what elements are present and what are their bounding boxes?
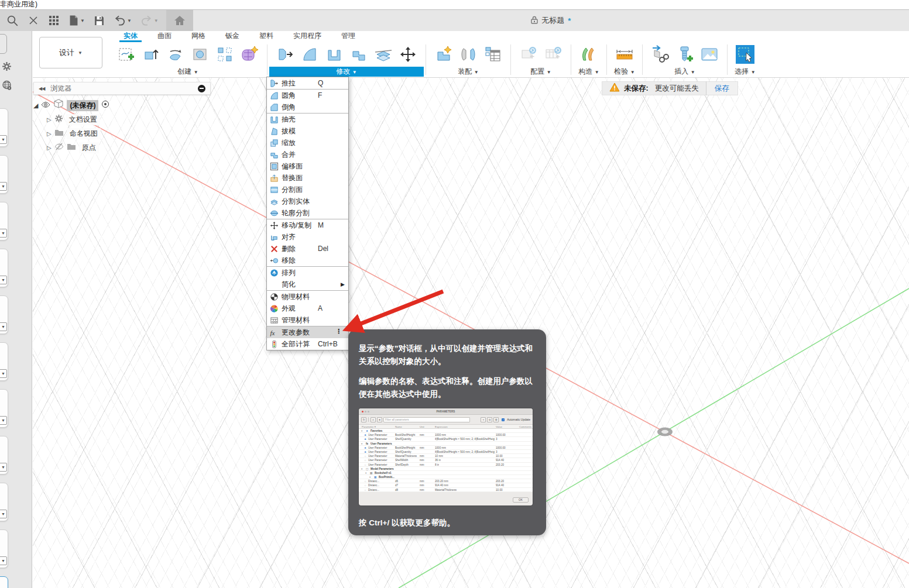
data-panel-card[interactable]: 2 ▼ bbox=[0, 389, 8, 428]
menu-item-缩放[interactable]: 缩放 bbox=[267, 137, 348, 149]
menu-item-分割实体[interactable]: 分割实体 bbox=[267, 195, 348, 207]
move-lg-button[interactable] bbox=[397, 43, 419, 66]
file-new-button[interactable]: ▼ bbox=[66, 12, 88, 29]
menu-item-推拉[interactable]: 推拉Q bbox=[267, 77, 348, 89]
menu-item-对齐[interactable]: 对齐 bbox=[267, 231, 348, 243]
fillet-lg-button[interactable] bbox=[299, 43, 321, 66]
duplicate-parameter-button[interactable]: ⧉ bbox=[487, 417, 492, 422]
menu-item-替换面[interactable]: 替换面 bbox=[267, 172, 348, 184]
menu-item-合并[interactable]: 合并 bbox=[267, 149, 348, 160]
parameter-group-row[interactable]: ▾▦BoxPrimiti... bbox=[359, 475, 533, 479]
group-dropdown-插入[interactable]: 插入 ▼ bbox=[644, 67, 725, 77]
menu-item-圆角[interactable]: 圆角F bbox=[267, 90, 348, 101]
parameter-row[interactable]: ★User ParameterShelfQuantityif(BookShelf… bbox=[359, 437, 533, 441]
gear-icon[interactable] bbox=[2, 61, 12, 74]
menu-item-简化[interactable]: 简化▶ bbox=[267, 278, 348, 290]
parameter-row[interactable]: ☆Distanc...d8mmMaterialThickness10.00 bbox=[359, 488, 533, 492]
close-button[interactable] bbox=[25, 12, 42, 29]
version-dropdown[interactable]: 3 ▼ bbox=[0, 135, 7, 144]
save-button[interactable] bbox=[91, 12, 108, 29]
bom-button[interactable] bbox=[482, 43, 504, 66]
delete-parameter-button[interactable]: 🗑 bbox=[493, 417, 499, 422]
parameter-group-row[interactable]: ▾★Favorites bbox=[359, 429, 533, 433]
menu-item-更改参数[interactable]: fx更改参数⋮ bbox=[267, 326, 348, 338]
version-dropdown[interactable]: 2 ▼ bbox=[0, 276, 7, 284]
ok-button[interactable]: OK bbox=[513, 497, 529, 503]
undo-button[interactable]: ▼ bbox=[111, 12, 135, 29]
column-header-Comments[interactable]: Comments bbox=[519, 425, 531, 428]
menu-item-抽壳[interactable]: 抽壳 bbox=[267, 114, 348, 125]
version-dropdown[interactable]: 2 ▼ bbox=[0, 556, 7, 565]
group-dropdown-修改[interactable]: 修改 ▼ bbox=[269, 67, 424, 77]
user-filter-button[interactable]: ⋏ bbox=[371, 417, 376, 422]
data-panel-card[interactable]: 2 ▼ bbox=[0, 249, 8, 287]
menu-item-删除[interactable]: 删除Del bbox=[267, 243, 348, 255]
group-dropdown-配置[interactable]: 配置 ▼ bbox=[513, 67, 569, 77]
parameter-row[interactable]: ★User ParameterBookShelfHeightmm1000 mm1… bbox=[359, 433, 533, 437]
group-dropdown-装配[interactable]: 装配 ▼ bbox=[428, 67, 509, 77]
parameter-group-row[interactable]: ▾▤Bookshelf v1 bbox=[359, 471, 533, 475]
menu-item-分割面[interactable]: 分割面 bbox=[267, 184, 348, 195]
data-panel-card[interactable]: 3 ▼ bbox=[0, 436, 8, 474]
tree-item-label[interactable]: 原点 bbox=[79, 142, 99, 153]
collapsed-arrow-icon[interactable]: ▷ bbox=[47, 145, 52, 151]
menu-item-倒角[interactable]: 倒角 bbox=[267, 101, 348, 113]
group-dropdown-检验[interactable]: 检验 ▼ bbox=[609, 67, 640, 77]
data-panel-partial-button[interactable] bbox=[0, 34, 7, 54]
search-button[interactable] bbox=[3, 12, 22, 29]
menu-item-物理材料[interactable]: 物理材料 bbox=[267, 291, 348, 302]
home-button[interactable] bbox=[166, 10, 193, 32]
data-panel-card[interactable]: 2 ▼ bbox=[0, 295, 8, 334]
data-panel-card[interactable]: 2 ▼ bbox=[0, 529, 8, 568]
extrude-button[interactable] bbox=[140, 43, 162, 66]
parameter-group-row[interactable]: ▾fxUser Parameters bbox=[359, 442, 533, 446]
plane-button[interactable] bbox=[578, 43, 600, 66]
tree-row-named-views[interactable]: ▷ 命名视图 bbox=[33, 126, 211, 140]
version-dropdown[interactable]: 3 ▼ bbox=[0, 463, 7, 472]
menu-item-移动/复制[interactable]: 移动/复制M bbox=[267, 219, 348, 231]
data-panel-card[interactable]: 4 ▼ bbox=[0, 155, 8, 194]
filter-input[interactable]: Filter all parameters bbox=[383, 417, 470, 422]
menu-item-外观[interactable]: 外观A bbox=[267, 302, 348, 314]
menu-item-排列[interactable]: 排列 bbox=[267, 267, 348, 278]
expanded-arrow-icon[interactable]: ◢ bbox=[33, 102, 38, 109]
favorites-filter-button[interactable]: ★ bbox=[377, 417, 382, 422]
image-button[interactable] bbox=[698, 43, 721, 66]
design-dropdown[interactable]: 设计▼ bbox=[39, 37, 102, 68]
parameter-row[interactable]: ☆User ParameterMaterialThicknessmm10 mm1… bbox=[359, 454, 533, 458]
group-dropdown-创建[interactable]: 创建 ▼ bbox=[111, 67, 265, 77]
revolve-button[interactable] bbox=[164, 43, 187, 66]
document-tab[interactable]: 无标题* bbox=[193, 10, 909, 32]
tree-row-origin[interactable]: ▷ 原点 bbox=[33, 140, 211, 154]
group-dropdown-选择[interactable]: 选择 ▼ bbox=[729, 67, 761, 77]
tab-网格[interactable]: 网格 bbox=[181, 31, 215, 42]
save-button[interactable]: 保存 bbox=[706, 82, 738, 95]
press-pull-lg-button[interactable] bbox=[274, 43, 296, 66]
new-component-button[interactable] bbox=[433, 43, 455, 66]
derive-button[interactable] bbox=[649, 43, 671, 66]
version-dropdown[interactable]: 4 ▼ bbox=[0, 182, 7, 191]
menu-item-拔模[interactable]: 拔模 bbox=[267, 125, 348, 137]
shell-lg-button[interactable] bbox=[323, 43, 345, 66]
data-panel-card[interactable]: 3 ▼ bbox=[0, 108, 8, 147]
visibility-eye-icon[interactable] bbox=[41, 100, 50, 111]
data-panel-card[interactable]: 3 ▼ bbox=[0, 202, 8, 240]
measure-button[interactable] bbox=[613, 43, 636, 66]
combine-lg-button[interactable] bbox=[348, 43, 370, 66]
activate-target-icon[interactable] bbox=[101, 100, 109, 111]
globe-eye-icon[interactable] bbox=[2, 80, 12, 93]
menu-item-移除[interactable]: 移除 bbox=[267, 255, 348, 266]
tree-row-document-settings[interactable]: ▷ 文档设置 bbox=[33, 112, 211, 126]
tab-管理[interactable]: 管理 bbox=[331, 31, 365, 42]
column-header-Name[interactable]: Name bbox=[395, 425, 402, 428]
root-document-label[interactable]: (未保存) bbox=[67, 100, 98, 111]
parameter-row[interactable]: ☆User ParameterShelfDepthmm8 in203.20 bbox=[359, 463, 533, 467]
add-parameter-button[interactable]: + bbox=[481, 417, 486, 422]
parameter-group-row[interactable]: ▾▢Model Parameters bbox=[359, 467, 533, 471]
version-dropdown[interactable]: 2 ▼ bbox=[0, 322, 7, 331]
apps-grid-button[interactable] bbox=[45, 12, 63, 29]
minimize-browser-icon[interactable] bbox=[198, 85, 205, 92]
collapsed-arrow-icon[interactable]: ▷ bbox=[47, 116, 52, 123]
pattern-button[interactable] bbox=[214, 43, 236, 66]
parameter-row[interactable]: ☆Distanc...d6mm203.20 mm203.20 bbox=[359, 479, 533, 483]
